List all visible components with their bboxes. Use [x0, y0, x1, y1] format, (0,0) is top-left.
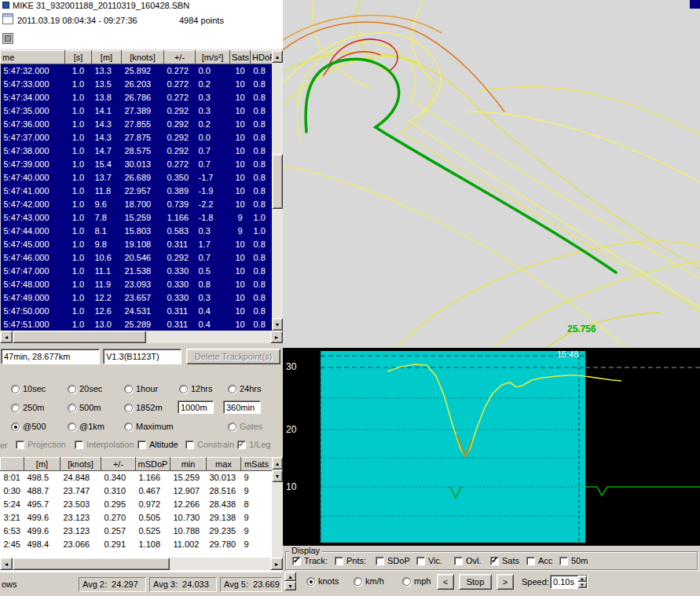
- table-row[interactable]: 2:45498.423.0660.2911.10811.00229.7809: [1, 538, 273, 551]
- custom-distance-input[interactable]: [178, 400, 214, 414]
- table-row[interactable]: 5:47:44.0001.08.115.8030.5830.391.0: [1, 225, 273, 238]
- checkbox-sdop[interactable]: SDoP: [376, 556, 410, 566]
- scroll-up-button[interactable]: ▲: [272, 50, 283, 63]
- col-header-max[interactable]: max: [207, 458, 241, 471]
- radio-kmh[interactable]: km/h: [354, 576, 384, 587]
- step-forward-button[interactable]: >: [497, 574, 514, 590]
- radio-10sec[interactable]: 10sec: [11, 384, 46, 394]
- col-header-seconds[interactable]: [s]: [65, 51, 92, 64]
- checkbox-track[interactable]: Track:: [292, 556, 328, 566]
- col-header-run-meters[interactable]: [m]: [24, 458, 60, 471]
- table-row[interactable]: 5:47:46.0001.010.620.5460.2920.7100.8: [1, 251, 273, 265]
- table-row[interactable]: 5:47:49.0001.012.223.6570.3300.3100.8: [1, 291, 273, 305]
- table-row[interactable]: 5:47:39.0001.015.430.0130.2720.7100.8: [1, 158, 273, 171]
- zoom-up-button[interactable]: ▲: [284, 572, 296, 581]
- selection-region[interactable]: [321, 351, 585, 543]
- radio-at1km[interactable]: @1km: [68, 422, 104, 432]
- firmware-version-field[interactable]: [103, 349, 181, 364]
- table-row[interactable]: 5:47:40.0001.013.726.6890.350-1.7100.8: [1, 171, 273, 185]
- table-row[interactable]: 5:47:45.0001.09.819.1080.3111.7100.8: [1, 238, 273, 251]
- radio-250m[interactable]: 250m: [11, 403, 45, 413]
- radio-1852m[interactable]: 1852m: [124, 403, 163, 413]
- checkbox-constrain[interactable]: Constrain: [185, 440, 234, 450]
- track-table-vscrollbar[interactable]: ▲ ▼: [272, 50, 283, 331]
- col-header-run-knots[interactable]: [knots]: [60, 458, 101, 471]
- table-row[interactable]: 8:01498.524.8480.3401.16615.25930.0139: [1, 471, 273, 484]
- map-canvas[interactable]: [283, 0, 700, 348]
- radio-gates[interactable]: Gates: [228, 422, 262, 432]
- table-row[interactable]: 6:53499.623.1230.2570.52510.78829.2359: [1, 525, 273, 538]
- table-row[interactable]: 5:47:42.0001.09.618.7000.739-2.2100.8: [1, 198, 273, 211]
- checkbox-50m[interactable]: 50m: [559, 556, 588, 566]
- table-row[interactable]: 5:47:48.0001.011.923.0930.3300.8100.8: [1, 278, 273, 291]
- radio-at500[interactable]: @500: [11, 422, 46, 432]
- table-row[interactable]: 5:47:34.0001.013.826.7860.2720.3100.8: [1, 91, 273, 104]
- map-panel[interactable]: 25.756: [283, 0, 700, 348]
- vscroll-thumb[interactable]: [272, 154, 283, 209]
- step-back-button[interactable]: <: [437, 574, 454, 590]
- radio-mph[interactable]: mph: [402, 576, 431, 587]
- checkbox-altitude[interactable]: Altitude: [137, 440, 178, 450]
- checkbox-acc[interactable]: Acc: [526, 556, 552, 566]
- track-table-hscrollbar[interactable]: ◄ ►: [0, 331, 283, 343]
- table-row[interactable]: 5:47:33.0001.013.526.2030.2720.2100.8: [1, 78, 273, 91]
- radio-12hrs[interactable]: 12hrs: [179, 384, 213, 394]
- speed-graph-canvas[interactable]: [283, 348, 700, 546]
- scroll-up-button[interactable]: ▲: [272, 457, 283, 470]
- radio-24hrs[interactable]: 24hrs: [228, 384, 262, 394]
- radio-knots[interactable]: knots: [306, 576, 339, 587]
- table-row[interactable]: 5:47:50.0001.012.624.5310.3110.4100.8: [1, 305, 273, 318]
- scroll-right-button[interactable]: ►: [270, 558, 283, 570]
- col-header-msdop[interactable]: mSDoP: [136, 458, 170, 471]
- radio-500m[interactable]: 500m: [68, 403, 101, 413]
- results-hscrollbar[interactable]: ◄ ►: [0, 558, 283, 570]
- table-row[interactable]: 5:47:37.0001.014.327.8750.2920.0100.8: [1, 131, 273, 144]
- table-row[interactable]: 3:21499.623.1230.2700.50510.73029.1389: [1, 511, 273, 525]
- speed-graph-panel[interactable]: 30 20 10 15:48: [283, 348, 700, 546]
- table-row[interactable]: 5:47:51.0001.013.025.2890.3110.4100.8: [1, 318, 273, 331]
- col-header-run-error[interactable]: +/-: [101, 458, 136, 471]
- col-header-error[interactable]: +/-: [164, 51, 196, 64]
- speed-stepper[interactable]: 0.10s ▲ ▼: [550, 575, 588, 589]
- col-header-sats[interactable]: Sats: [230, 51, 251, 64]
- checkbox-pnts[interactable]: Pnts:: [335, 556, 366, 566]
- table-row[interactable]: 5:47:36.0001.014.327.8550.2920.2100.8: [1, 118, 273, 131]
- scroll-left-button[interactable]: ◄: [0, 331, 13, 343]
- col-header-runtime[interactable]: [1, 458, 24, 471]
- table-row[interactable]: 0:30488.723.7470.3100.46712.90728.5169: [1, 484, 273, 498]
- col-header-hdop[interactable]: HDoP: [251, 51, 273, 64]
- col-header-knots[interactable]: [knots]: [122, 51, 164, 64]
- custom-duration-input[interactable]: [223, 400, 261, 414]
- table-row[interactable]: 5:47:32.0001.013.325.8920.2720.0100.8: [1, 64, 273, 78]
- table-row[interactable]: 5:47:35.0001.014.127.3890.2920.3100.8: [1, 104, 273, 118]
- table-row[interactable]: 5:24495.723.5030.2950.97212.26628.4388: [1, 498, 273, 511]
- table-row[interactable]: 5:47:47.0001.011.121.5380.3300.5100.8: [1, 265, 273, 278]
- radio-1hour[interactable]: 1hour: [124, 384, 158, 394]
- hscroll-thumb[interactable]: [13, 331, 146, 343]
- results-vscrollbar[interactable]: ▲ ▼: [272, 457, 283, 558]
- table-row[interactable]: 5:47:38.0001.014.728.5750.2920.7100.8: [1, 144, 273, 158]
- speed-down-button[interactable]: ▼: [577, 582, 587, 588]
- delete-trackpoints-button[interactable]: Delete Trackpoint(s): [186, 349, 280, 364]
- checkbox-sats[interactable]: Sats: [490, 556, 519, 566]
- radio-20sec[interactable]: 20sec: [68, 384, 102, 394]
- table-row[interactable]: 5:47:41.0001.011.822.9570.389-1.9100.8: [1, 185, 273, 198]
- track-summary-field[interactable]: [1, 349, 100, 364]
- col-header-meters[interactable]: [m]: [92, 51, 122, 64]
- table-row[interactable]: 5:47:43.0001.07.815.2591.166-1.891.0: [1, 211, 273, 225]
- col-header-msats[interactable]: mSats: [241, 458, 273, 471]
- hscroll-thumb[interactable]: [13, 558, 170, 570]
- speed-up-button[interactable]: ▲: [577, 576, 587, 582]
- scroll-left-button[interactable]: ◄: [0, 558, 13, 570]
- checkbox-1perleg[interactable]: 1/Leg: [237, 440, 271, 450]
- scroll-right-button[interactable]: ►: [270, 331, 283, 343]
- checkbox-interpolation[interactable]: Interpolation: [75, 440, 134, 450]
- scroll-down-button[interactable]: ▼: [272, 318, 283, 331]
- scroll-down-button[interactable]: ▼: [272, 470, 283, 482]
- col-header-time[interactable]: me: [1, 51, 65, 64]
- checkbox-vic[interactable]: Vic.: [416, 556, 442, 566]
- col-header-accel[interactable]: [m/s²]: [196, 51, 230, 64]
- radio-maximum[interactable]: Maximum: [124, 422, 174, 432]
- col-header-min[interactable]: min: [170, 458, 207, 471]
- zoom-down-button[interactable]: ▼: [284, 581, 296, 591]
